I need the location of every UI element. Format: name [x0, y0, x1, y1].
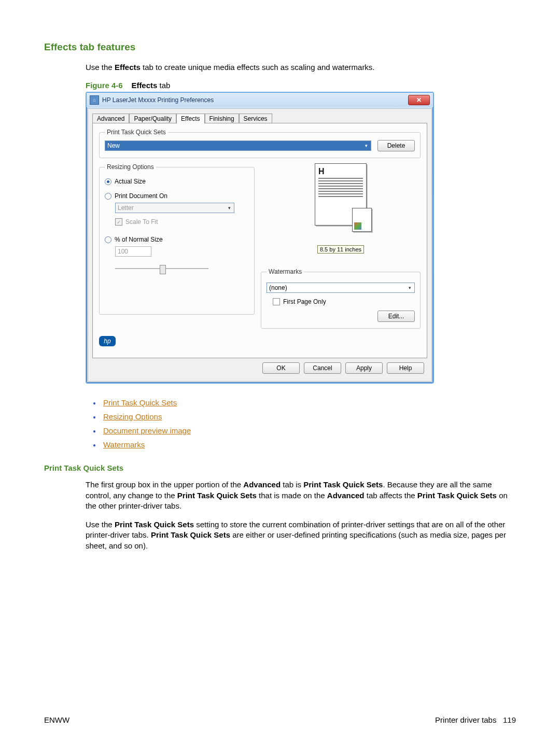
preview-h-icon: H: [318, 167, 363, 176]
list-item: Resizing Options: [86, 412, 516, 421]
watermarks-group: Watermarks (none) ▾ First Page Only: [261, 268, 421, 329]
list-item: Watermarks: [86, 440, 516, 449]
link-list: Print Task Quick Sets Resizing Options D…: [86, 398, 516, 449]
tab-panel: Print Task Quick Sets New ▾ Delete Resiz…: [92, 123, 427, 358]
radio-printdoc-label: Print Document On: [115, 192, 167, 200]
tab-advanced[interactable]: Advanced: [92, 114, 129, 124]
intro-post: tab to create unique media effects such …: [141, 63, 375, 72]
percent-input[interactable]: 100: [115, 246, 151, 257]
dialog-window: ⌂ HP LaserJet Mxxxx Printing Preferences…: [86, 92, 434, 384]
preview-page-small: [352, 208, 372, 232]
resizing-legend: Resizing Options: [105, 163, 156, 171]
resizing-group: Resizing Options Actual Size Print Docum…: [99, 163, 255, 315]
chevron-down-icon: ▾: [362, 142, 370, 149]
radio-print-document-on[interactable]: Print Document On: [105, 192, 249, 200]
radio-actual-size[interactable]: Actual Size: [105, 178, 249, 185]
link-quick-sets[interactable]: Print Task Quick Sets: [103, 398, 177, 407]
radio-actual-label: Actual Size: [115, 178, 146, 185]
tab-paper-quality[interactable]: Paper/Quality: [129, 114, 176, 124]
list-item: Print Task Quick Sets: [86, 398, 516, 407]
intro-bold: Effects: [115, 63, 141, 72]
dialog-button-row: OK Cancel Apply Help: [92, 358, 427, 377]
section-heading: Effects tab features: [44, 41, 516, 53]
ok-button[interactable]: OK: [262, 362, 300, 374]
page-footer: ENWW Printer driver tabs 119: [44, 715, 516, 724]
paragraph-1: The first group box in the upper portion…: [86, 480, 516, 511]
quicksets-legend: Print Task Quick Sets: [105, 129, 168, 136]
edit-button[interactable]: Edit...: [377, 311, 415, 322]
link-preview[interactable]: Document preview image: [103, 426, 191, 435]
quicksets-value: New: [107, 142, 120, 149]
tab-services[interactable]: Services: [239, 114, 272, 124]
radio-dot-icon: [105, 193, 111, 200]
chevron-down-icon: ▾: [406, 284, 413, 291]
watermark-combo[interactable]: (none) ▾: [267, 283, 415, 293]
scale-to-fit-label: Scale To Fit: [125, 218, 158, 226]
tab-effects[interactable]: Effects: [176, 114, 204, 124]
chevron-down-icon: ▾: [226, 204, 233, 212]
first-page-only-label: First Page Only: [283, 298, 326, 305]
figure-bold: Effects: [131, 81, 157, 90]
window-title: HP LaserJet Mxxxx Printing Preferences: [102, 96, 408, 104]
figure-caption: Figure 4-6 Effects tab: [86, 81, 516, 90]
slider-thumb-icon: [160, 265, 166, 274]
tab-strip: Advanced Paper/Quality Effects Finishing…: [92, 113, 427, 123]
radio-dot-icon: [105, 236, 111, 243]
radio-dot-icon: [105, 178, 111, 185]
paragraph-2: Use the Print Task Quick Sets setting to…: [86, 519, 516, 551]
close-icon[interactable]: ✕: [408, 95, 430, 105]
radio-percent-normal[interactable]: % of Normal Size: [105, 236, 249, 243]
printer-icon: ⌂: [90, 95, 99, 105]
delete-button[interactable]: Delete: [377, 140, 415, 151]
tab-finishing[interactable]: Finishing: [205, 114, 239, 124]
cancel-button[interactable]: Cancel: [304, 362, 341, 374]
quicksets-group: Print Task Quick Sets New ▾ Delete: [99, 129, 421, 158]
dialog-body: Advanced Paper/Quality Effects Finishing…: [88, 108, 432, 382]
footer-right: Printer driver tabs 119: [435, 715, 516, 724]
list-item: Document preview image: [86, 426, 516, 435]
document-preview: H: [294, 163, 387, 241]
preview-color-square-icon: [354, 222, 361, 230]
apply-button[interactable]: Apply: [345, 362, 383, 374]
intro-pre: Use the: [86, 63, 115, 72]
help-button[interactable]: Help: [387, 362, 424, 374]
figure-rest: tab: [157, 81, 170, 90]
watermark-value: (none): [269, 284, 287, 291]
link-resizing[interactable]: Resizing Options: [103, 412, 162, 421]
checkbox-icon: [273, 298, 280, 305]
first-page-only-checkbox[interactable]: First Page Only: [273, 298, 415, 305]
watermarks-legend: Watermarks: [267, 268, 304, 275]
footer-left: ENWW: [44, 715, 69, 724]
percent-slider[interactable]: [115, 264, 208, 273]
radio-percent-label: % of Normal Size: [115, 236, 163, 243]
preview-size-label: 8.5 by 11 inches: [317, 245, 364, 254]
link-watermarks[interactable]: Watermarks: [103, 440, 145, 449]
paper-size-combo[interactable]: Letter ▾: [115, 203, 234, 213]
hp-logo-icon: hp: [99, 336, 116, 346]
scale-to-fit-checkbox[interactable]: Scale To Fit: [115, 218, 249, 226]
figure-number: Figure 4-6: [86, 81, 123, 90]
subsection-heading: Print Task Quick Sets: [44, 463, 516, 472]
intro-text: Use the Effects tab to create unique med…: [86, 62, 516, 73]
quicksets-combo[interactable]: New ▾: [105, 140, 371, 151]
paper-size-value: Letter: [118, 204, 134, 212]
checkbox-icon: [115, 218, 122, 226]
titlebar: ⌂ HP LaserJet Mxxxx Printing Preferences…: [87, 93, 433, 107]
